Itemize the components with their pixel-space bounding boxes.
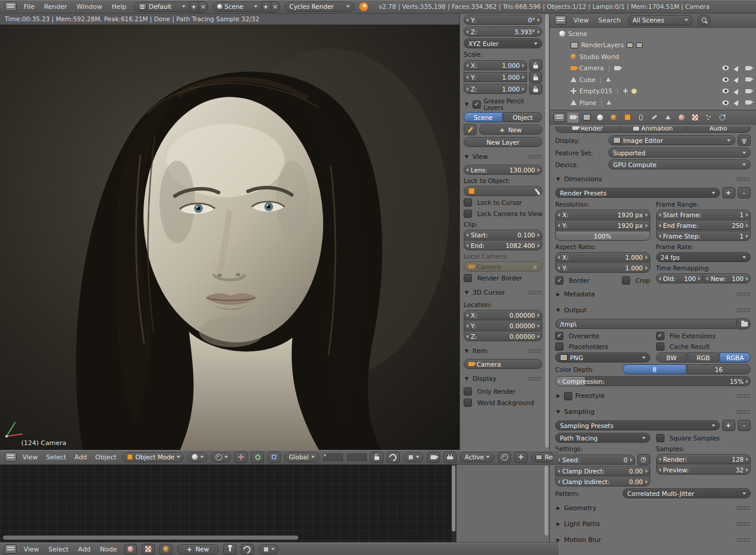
outliner-row-scene[interactable]: Scene: [550, 28, 756, 40]
pin-button[interactable]: [223, 544, 236, 555]
outliner-menu-view[interactable]: View: [571, 17, 591, 24]
rotation-mode-select[interactable]: XYZ Euler: [464, 38, 542, 48]
gp-new-layer-button[interactable]: New Layer: [464, 137, 542, 147]
sampling-panel-header[interactable]: Sampling: [555, 407, 751, 417]
active-layer-select[interactable]: Active: [460, 452, 494, 462]
output-panel-header[interactable]: Output: [555, 305, 751, 315]
node-menu-add[interactable]: Add: [76, 546, 93, 553]
tab-texture[interactable]: [689, 112, 701, 123]
outliner-row-camera[interactable]: Camera |: [550, 63, 756, 74]
orientation-widget-button[interactable]: [514, 452, 527, 463]
clip-end-field[interactable]: End:1082.400: [464, 240, 542, 250]
square-samples-checkbox[interactable]: [656, 434, 664, 442]
scale-y-lock-button[interactable]: [529, 71, 542, 83]
render-layer-select[interactable]: RenderLa: [531, 452, 554, 462]
proportional-edit-button[interactable]: [498, 452, 511, 463]
tab-modifiers[interactable]: [649, 112, 660, 123]
render-button[interactable]: Render: [555, 126, 620, 133]
delete-layout-button[interactable]: [199, 1, 208, 12]
cursor-y-field[interactable]: Y:0.00000: [464, 321, 542, 331]
depth-16-button[interactable]: 16: [687, 364, 751, 374]
lens-field[interactable]: Lens:130.000: [464, 165, 542, 175]
menu-window[interactable]: Window: [74, 3, 105, 11]
visibility-toggle-icon[interactable]: [722, 89, 729, 93]
v3d-menu-object[interactable]: Object: [93, 453, 119, 461]
color-rgba-button[interactable]: RGBA: [719, 352, 751, 363]
manipulator-translate-button[interactable]: [234, 452, 247, 463]
only-render-checkbox[interactable]: [464, 387, 472, 396]
placeholders-checkbox[interactable]: [555, 342, 563, 351]
compression-slider[interactable]: Compression:15%: [555, 376, 751, 386]
resolution-x-field[interactable]: X:1920 px: [555, 210, 650, 220]
geometry-panel-header[interactable]: Geometry: [555, 503, 751, 513]
node-editor-canvas[interactable]: [0, 464, 451, 543]
selectability-toggle-icon[interactable]: [734, 64, 741, 71]
sampling-presets-select[interactable]: Sampling Presets: [555, 420, 720, 430]
tab-render[interactable]: [567, 112, 579, 123]
start-frame-field[interactable]: Start Frame:1: [656, 210, 751, 220]
outliner-row-renderlayers[interactable]: RenderLayers: [550, 40, 756, 51]
editor-type-outliner-icon[interactable]: [555, 15, 566, 25]
frame-step-field[interactable]: Frame Step:1: [656, 231, 751, 241]
scale-z-field[interactable]: Z:1.000: [464, 84, 527, 94]
snap-toggle-button[interactable]: [387, 452, 400, 463]
render-samples-field[interactable]: Render:128: [656, 454, 751, 464]
outliner-row-empty[interactable]: Empty.015 |: [550, 86, 756, 97]
cursor-panel-header[interactable]: 3D Cursor: [464, 288, 542, 298]
node-snap-element-select[interactable]: [259, 544, 279, 554]
node-vertical-scrollbar[interactable]: [452, 465, 455, 531]
visibility-toggle-icon[interactable]: [722, 66, 729, 70]
scale-z-lock-button[interactable]: [529, 83, 542, 94]
renderability-toggle-icon[interactable]: [745, 100, 751, 105]
preview-samples-field[interactable]: Preview:32: [656, 465, 751, 475]
depth-8-button[interactable]: 8: [623, 364, 686, 374]
eyedropper-icon[interactable]: [535, 188, 539, 194]
cursor-z-field[interactable]: Z:0.00000: [464, 331, 542, 341]
viewport-shading-select[interactable]: [187, 452, 207, 462]
add-layout-button[interactable]: [190, 1, 199, 12]
node-snap-button[interactable]: [241, 544, 254, 555]
integrator-select[interactable]: Path Tracing: [555, 433, 650, 443]
overwrite-checkbox[interactable]: [555, 332, 563, 340]
browse-output-button[interactable]: [738, 318, 751, 329]
grease-pencil-panel-header[interactable]: Grease Pencil Layers: [464, 99, 542, 109]
selectability-toggle-icon[interactable]: [734, 87, 741, 94]
resolution-y-field[interactable]: Y:1920 px: [555, 220, 650, 230]
frame-rate-select[interactable]: 24 fps: [656, 252, 751, 262]
render-pass-icon[interactable]: [627, 43, 633, 48]
clip-start-field[interactable]: Start:0.100: [464, 230, 542, 240]
transform-orientation-select[interactable]: Global: [284, 452, 320, 462]
tab-constraints[interactable]: [635, 112, 647, 123]
add-sampling-preset-button[interactable]: [722, 420, 735, 431]
resolution-percentage-slider[interactable]: 100%: [555, 231, 650, 241]
rotation-z-field[interactable]: Z:3.393°: [464, 27, 542, 37]
node-menu-select[interactable]: Select: [46, 546, 71, 553]
scale-y-field[interactable]: Y:1.000: [464, 72, 527, 82]
renderability-toggle-icon[interactable]: [745, 89, 751, 93]
new-node-tree-button[interactable]: New: [177, 544, 219, 554]
render-engine-select[interactable]: Cycles Render: [285, 2, 354, 12]
lock-object-field[interactable]: [464, 186, 542, 196]
render-pass-icon[interactable]: [636, 43, 643, 48]
tab-physics[interactable]: [716, 112, 728, 123]
interaction-mode-select[interactable]: Object Mode: [122, 452, 184, 462]
manipulator-scale-button[interactable]: [268, 452, 281, 463]
opengl-render-image-button[interactable]: [427, 452, 440, 463]
outliner-menu-search[interactable]: Search: [596, 17, 623, 24]
screen-layout-select[interactable]: Default: [133, 2, 190, 12]
texture-nodes-button[interactable]: [159, 544, 172, 555]
opengl-render-anim-button[interactable]: [444, 452, 457, 463]
outliner-search-button[interactable]: [698, 15, 711, 26]
gp-draw-button[interactable]: [464, 124, 477, 135]
freestyle-panel-header[interactable]: Freestyle: [555, 391, 751, 401]
gp-source-scene-tab[interactable]: Scene: [464, 112, 503, 122]
layer-buttons-group-2[interactable]: [347, 453, 367, 461]
visibility-toggle-icon[interactable]: [722, 77, 729, 82]
tab-material[interactable]: [676, 112, 687, 123]
npanel-scrollbar[interactable]: [545, 14, 549, 448]
add-scene-button[interactable]: [262, 1, 271, 12]
light-paths-panel-header[interactable]: Light Paths: [555, 519, 751, 529]
cursor-x-field[interactable]: X:0.00000: [464, 310, 542, 320]
outliner-row-plane[interactable]: Plane |: [550, 97, 756, 109]
gp-new-button[interactable]: New: [479, 125, 542, 135]
